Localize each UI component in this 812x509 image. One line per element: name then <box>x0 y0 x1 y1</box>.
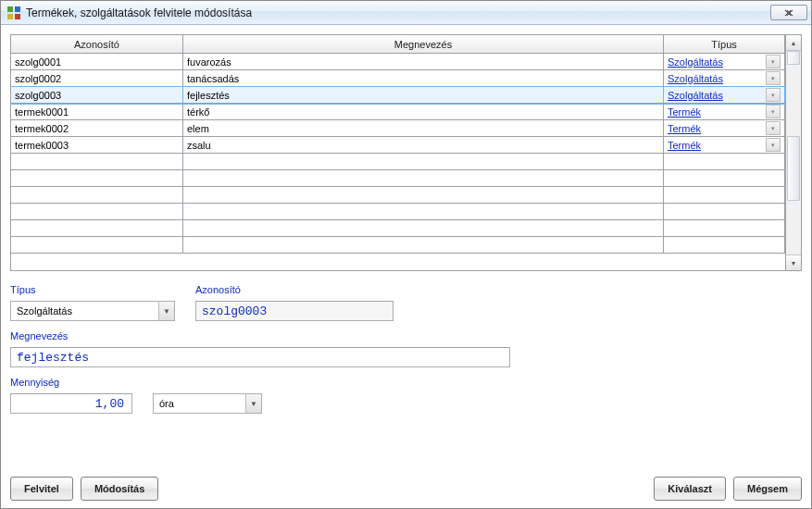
cell-type[interactable]: Termék▾ <box>664 120 785 136</box>
cell-empty[interactable] <box>11 220 183 236</box>
cell-type[interactable]: Szolgáltatás▾ <box>664 87 785 103</box>
table-row[interactable] <box>11 237 785 254</box>
close-button[interactable] <box>770 5 807 20</box>
scroll-thumb-mid[interactable] <box>787 136 800 201</box>
svg-rect-2 <box>7 14 13 19</box>
cell-name[interactable]: térkő <box>183 104 664 119</box>
label-qty: Mennyiség <box>10 377 132 388</box>
cell-empty[interactable] <box>664 204 785 219</box>
table-row[interactable] <box>11 170 785 187</box>
add-button[interactable]: Felvitel <box>10 477 73 501</box>
cell-name[interactable]: fuvarozás <box>183 54 664 69</box>
cell-empty[interactable] <box>664 170 785 186</box>
table-row[interactable]: termek0003zsaluTermék▾ <box>11 137 785 154</box>
svg-rect-0 <box>7 6 13 12</box>
table-row[interactable]: szolg0003fejlesztésSzolgáltatás▾ <box>11 87 785 104</box>
table-row[interactable]: termek0002elemTermék▾ <box>11 120 785 137</box>
cell-id[interactable]: termek0001 <box>11 104 183 119</box>
cell-empty[interactable] <box>11 237 183 253</box>
cell-empty[interactable] <box>183 220 664 236</box>
products-grid[interactable]: Azonosító Megnevezés Típus szolg0001fuva… <box>10 34 802 271</box>
table-row[interactable]: termek0001térkőTermék▾ <box>11 104 785 120</box>
grid-header-id[interactable]: Azonosító <box>11 35 183 53</box>
cell-empty[interactable] <box>11 154 183 169</box>
cell-empty[interactable] <box>11 187 183 203</box>
grid-header-name[interactable]: Megnevezés <box>183 35 664 53</box>
cell-name[interactable]: elem <box>183 120 664 136</box>
cell-empty[interactable] <box>664 220 785 236</box>
cell-empty[interactable] <box>664 237 785 253</box>
table-row[interactable]: szolg0002tanácsadásSzolgáltatás▾ <box>11 70 785 87</box>
type-combo[interactable]: Szolgáltatás ▼ <box>10 301 175 321</box>
app-icon <box>6 6 21 20</box>
grid-header-type[interactable]: Típus <box>664 35 785 53</box>
cell-name[interactable]: zsalu <box>183 137 664 153</box>
unit-combo[interactable]: óra ▼ <box>153 393 262 414</box>
label-name: Megnevezés <box>10 330 510 341</box>
select-button[interactable]: Kiválaszt <box>654 477 726 501</box>
cell-empty[interactable] <box>11 170 183 186</box>
scroll-thumb[interactable] <box>787 51 800 65</box>
type-combo-value: Szolgáltatás <box>17 305 158 317</box>
window-titlebar: Termékek, szolgáltatások felvitele módos… <box>1 1 811 25</box>
label-type: Típus <box>10 284 175 295</box>
close-icon <box>784 9 793 17</box>
cell-empty[interactable] <box>183 187 664 203</box>
cell-name[interactable]: fejlesztés <box>183 87 664 103</box>
chevron-down-icon: ▼ <box>245 394 261 413</box>
svg-rect-3 <box>15 14 20 19</box>
chevron-down-icon[interactable]: ▾ <box>766 71 781 85</box>
table-row[interactable] <box>11 204 785 220</box>
cell-id[interactable]: szolg0001 <box>11 54 183 69</box>
edit-button[interactable]: Módosítás <box>81 477 158 501</box>
cell-empty[interactable] <box>11 204 183 219</box>
chevron-down-icon[interactable]: ▾ <box>766 105 781 118</box>
name-field[interactable]: fejlesztés <box>10 347 510 367</box>
cancel-button[interactable]: Mégsem <box>733 477 802 501</box>
chevron-down-icon: ▼ <box>158 302 174 320</box>
cell-empty[interactable] <box>183 204 664 219</box>
cell-type[interactable]: Szolgáltatás▾ <box>664 54 785 69</box>
qty-field[interactable]: 1,00 <box>10 393 132 414</box>
svg-rect-1 <box>15 6 20 12</box>
cell-id[interactable]: termek0003 <box>11 137 183 153</box>
table-row[interactable]: szolg0001fuvarozásSzolgáltatás▾ <box>11 54 785 70</box>
cell-id[interactable]: termek0002 <box>11 120 183 136</box>
chevron-down-icon[interactable]: ▾ <box>766 88 781 102</box>
chevron-down-icon[interactable]: ▾ <box>766 138 781 152</box>
button-bar: Felvitel Módosítás Kiválaszt Mégsem <box>10 467 802 501</box>
label-id: Azonosító <box>195 284 394 295</box>
cell-type[interactable]: Termék▾ <box>664 104 785 119</box>
cell-id[interactable]: szolg0002 <box>11 70 183 86</box>
cell-empty[interactable] <box>183 154 664 169</box>
cell-id[interactable]: szolg0003 <box>11 87 183 103</box>
scroll-up-button[interactable]: ▲ <box>786 35 801 51</box>
cell-empty[interactable] <box>664 154 785 169</box>
grid-scrollbar[interactable]: ▲ ▼ <box>785 35 801 270</box>
cell-empty[interactable] <box>183 170 664 186</box>
id-field[interactable]: szolg0003 <box>195 301 394 321</box>
table-row[interactable] <box>11 154 785 170</box>
table-row[interactable] <box>11 220 785 237</box>
cell-empty[interactable] <box>183 237 664 253</box>
grid-header: Azonosító Megnevezés Típus <box>11 35 785 54</box>
cell-empty[interactable] <box>664 187 785 203</box>
cell-name[interactable]: tanácsadás <box>183 70 664 86</box>
table-row[interactable] <box>11 187 785 204</box>
window-title: Termékek, szolgáltatások felvitele módos… <box>26 6 770 19</box>
cell-type[interactable]: Szolgáltatás▾ <box>664 70 785 86</box>
unit-combo-value: óra <box>159 398 245 409</box>
scroll-track[interactable] <box>786 51 801 254</box>
chevron-down-icon[interactable]: ▾ <box>766 121 781 135</box>
scroll-down-button[interactable]: ▼ <box>786 254 801 270</box>
chevron-down-icon[interactable]: ▾ <box>766 55 781 68</box>
cell-type[interactable]: Termék▾ <box>664 137 785 153</box>
